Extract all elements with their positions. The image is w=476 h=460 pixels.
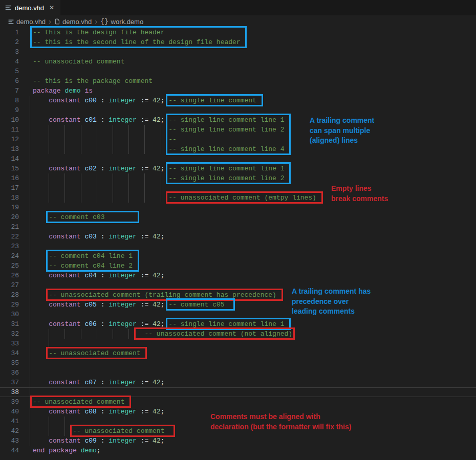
code-line[interactable]: 8 constant c00 : integer := 42; -- singl… [0, 96, 476, 105]
line-number[interactable]: 18 [0, 193, 19, 203]
line-number[interactable]: 7 [0, 86, 19, 96]
line-number[interactable]: 38 [0, 387, 19, 397]
code-line[interactable]: 6-- this is the package comment [0, 76, 476, 86]
line-number[interactable]: 4 [0, 57, 19, 67]
code-line[interactable]: 37 constant c07 : integer := 42; [0, 378, 476, 387]
code-line[interactable]: 32 -- unassociated comment (not aligned) [0, 329, 476, 339]
breadcrumb-label: demo.vhd [16, 18, 46, 26]
line-number[interactable]: 21 [0, 222, 19, 232]
code-line[interactable]: 14 [0, 154, 476, 164]
code-line[interactable]: 35 [0, 358, 476, 368]
code-line[interactable]: 40 constant c08 : integer := 42; [0, 407, 476, 417]
breadcrumb-item-symbol[interactable]: {} work.demo [100, 18, 143, 26]
code-text: constant c01 : integer := 42; -- single … [33, 115, 285, 125]
code-line[interactable]: 33 [0, 339, 476, 348]
line-number[interactable]: 14 [0, 154, 19, 164]
breadcrumb-item-editor-file[interactable]: demo.vhd [8, 18, 46, 26]
code-line[interactable]: 29 constant c05 : integer := 42; -- comm… [0, 300, 476, 310]
line-number[interactable]: 29 [0, 300, 19, 310]
line-number[interactable]: 39 [0, 397, 19, 407]
code-line[interactable]: 44end package demo; [0, 446, 476, 455]
line-number[interactable]: 12 [0, 135, 19, 144]
code-line[interactable]: 21 [0, 222, 476, 232]
line-number[interactable]: 15 [0, 164, 19, 173]
line-number[interactable]: 36 [0, 368, 19, 378]
line-number[interactable]: 30 [0, 310, 19, 319]
code-line[interactable]: 38 [0, 387, 476, 397]
line-number[interactable]: 24 [0, 251, 19, 261]
line-number[interactable]: 5 [0, 67, 19, 76]
code-line[interactable]: 27 [0, 280, 476, 290]
code-line[interactable]: 43 constant c09 : integer := 42; [0, 436, 476, 446]
code-line[interactable]: 1-- this is the design file header [0, 28, 476, 37]
line-number[interactable]: 17 [0, 183, 19, 193]
line-number[interactable]: 8 [0, 96, 19, 105]
line-number[interactable]: 28 [0, 290, 19, 300]
code-line[interactable]: 26 constant c04 : integer := 42; [0, 271, 476, 280]
code-line[interactable]: 11 -- single line comment line 2 [0, 125, 476, 135]
code-line[interactable]: 36 [0, 368, 476, 378]
line-number[interactable]: 37 [0, 378, 19, 387]
code-line[interactable]: 31 constant c06 : integer := 42; -- sing… [0, 319, 476, 329]
line-number[interactable]: 20 [0, 212, 19, 222]
line-number[interactable]: 9 [0, 105, 19, 115]
code-line[interactable]: 5 [0, 67, 476, 76]
breadcrumb-item-file[interactable]: demo.vhd [54, 18, 92, 26]
line-number[interactable]: 43 [0, 436, 19, 446]
code-line[interactable]: 12 -- [0, 135, 476, 144]
code-line[interactable]: 22 constant c03 : integer := 42; [0, 232, 476, 242]
line-number[interactable]: 13 [0, 144, 19, 154]
line-number[interactable]: 25 [0, 261, 19, 271]
line-number[interactable]: 31 [0, 319, 19, 329]
line-number[interactable]: 40 [0, 407, 19, 417]
code-line[interactable]: 10 constant c01 : integer := 42; -- sing… [0, 115, 476, 125]
line-number[interactable]: 1 [0, 28, 19, 37]
line-number[interactable]: 35 [0, 358, 19, 368]
line-number[interactable]: 6 [0, 76, 19, 86]
code-line[interactable]: 15 constant c02 : integer := 42; -- sing… [0, 164, 476, 173]
code-line[interactable]: 30 [0, 310, 476, 319]
code-text: -- this is the design file header [33, 28, 164, 37]
line-number[interactable]: 34 [0, 348, 19, 358]
code-line[interactable]: 2-- this is the second line of the desig… [0, 37, 476, 47]
code-line[interactable]: 34 -- unassociated comment [0, 348, 476, 358]
line-number[interactable]: 19 [0, 203, 19, 212]
code-line[interactable]: 24 -- comment c04 line 1 [0, 251, 476, 261]
line-number[interactable]: 11 [0, 125, 19, 135]
code-line[interactable]: 18 -- unassociated comment (emtpy lines) [0, 193, 476, 203]
code-line[interactable]: 28 -- unassociated comment (trailing com… [0, 290, 476, 300]
code-line[interactable]: 3 [0, 47, 476, 57]
line-number[interactable]: 41 [0, 417, 19, 426]
line-number[interactable]: 42 [0, 426, 19, 436]
close-icon[interactable]: ✕ [49, 5, 54, 11]
code-line[interactable]: 39-- unassociated comment [0, 397, 476, 407]
line-number[interactable]: 44 [0, 446, 19, 455]
line-number[interactable]: 32 [0, 329, 19, 339]
line-number[interactable]: 26 [0, 271, 19, 280]
code-line[interactable]: 13 -- single line comment line 4 [0, 144, 476, 154]
code-editor[interactable]: 1-- this is the design file header2-- th… [0, 28, 476, 455]
line-number[interactable]: 2 [0, 37, 19, 47]
code-line[interactable]: 7package demo is [0, 86, 476, 96]
file-lines-icon [8, 18, 14, 25]
code-line[interactable]: 9 [0, 105, 476, 115]
line-number[interactable]: 16 [0, 173, 19, 183]
code-line[interactable]: 41 [0, 417, 476, 426]
code-line[interactable]: 20 -- comment c03 [0, 212, 476, 222]
line-number[interactable]: 22 [0, 232, 19, 242]
code-line[interactable]: 23 [0, 242, 476, 251]
tab-demo-vhd[interactable]: demo.vhd ✕ [0, 0, 60, 15]
line-number[interactable]: 10 [0, 115, 19, 125]
line-number[interactable]: 33 [0, 339, 19, 348]
line-number[interactable]: 23 [0, 242, 19, 251]
code-text: -- comment c04 line 1 [33, 251, 133, 261]
code-line[interactable]: 25 -- comment c04 line 2 [0, 261, 476, 271]
code-text: constant c00 : integer := 42; -- single … [33, 96, 256, 105]
code-line[interactable]: 16 -- single line comment line 2 [0, 173, 476, 183]
code-line[interactable]: 42 -- unassociated comment [0, 426, 476, 436]
line-number[interactable]: 27 [0, 280, 19, 290]
line-number[interactable]: 3 [0, 47, 19, 57]
code-line[interactable]: 4-- unassociated comment [0, 57, 476, 67]
code-line[interactable]: 17 [0, 183, 476, 193]
code-line[interactable]: 19 [0, 203, 476, 212]
